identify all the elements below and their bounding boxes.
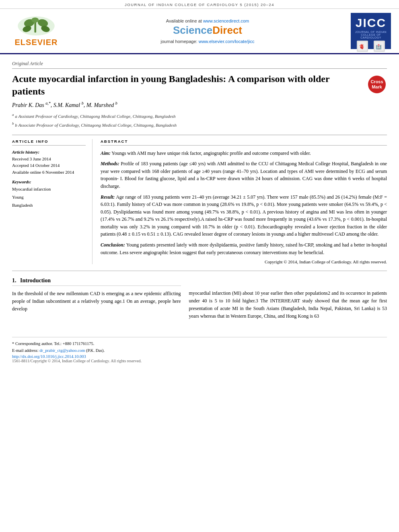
keyword-1: Myocardial infarction <box>12 185 86 193</box>
homepage-url[interactable]: www.elsevier.com/locate/jicc <box>199 39 255 44</box>
methods-text: Profile of 183 young patients (age ≤40 y… <box>101 161 387 189</box>
sd-science: Science <box>173 24 212 36</box>
author-murshed-sup: b <box>115 101 117 105</box>
corresponding-author-line: * Corresponding author. Tel.: +880 17117… <box>12 341 387 347</box>
keywords-list: Myocardial infarction Young Bangladesh <box>12 185 86 209</box>
intro-right-col: myocardial infarction (MI) about 10 year… <box>189 277 387 320</box>
accepted-date: Accepted 14 October 2014 <box>12 162 86 169</box>
author-kamal-sup: b <box>82 101 84 105</box>
corresponding-label: * Corresponding author. <box>12 341 53 346</box>
article-history-section: Article history: Received 3 June 2014 Ac… <box>12 150 86 176</box>
result-label: Result: <box>101 194 115 200</box>
abstract-methods: Methods: Profile of 183 young patients (… <box>101 160 387 190</box>
author-prabir-sup: a,* <box>45 101 51 105</box>
crossmark-icon: CrossMark <box>368 76 386 93</box>
keyword-2: Young <box>12 193 86 201</box>
intro-heading-text: Introduction <box>20 277 51 283</box>
keywords-label: Keywords: <box>12 179 86 184</box>
journal-header: JOURNAL OF INDIAN COLLEGE OF CARDIOLOGY … <box>0 0 399 9</box>
doi-link[interactable]: http://dx.doi.org/10.1016/j.jicc.2014.10… <box>12 354 86 359</box>
article-title-row: Acute myocardial infarction in young Ban… <box>12 73 387 98</box>
email-label: E-mail address: <box>12 348 39 353</box>
aim-label: Aim: <box>101 150 111 156</box>
elsevier-logo: ELSEVIER <box>8 15 64 47</box>
conclusion-text: Young patients presented lately with mor… <box>101 242 387 255</box>
conclusion-label: Conclusion: <box>101 242 125 248</box>
authors-line: Prabir K. Das a,*, S.M. Kamal b, M. Murs… <box>12 101 387 109</box>
jicc-subtitle: Journal of Indian College of Cardiology <box>351 31 391 39</box>
sciencedirect-url[interactable]: www.sciencedirect.com <box>203 18 249 23</box>
author-kamal: S.M. Kamal <box>53 102 80 108</box>
info-abstract-section: ARTICLE INFO Article history: Received 3… <box>12 135 387 265</box>
center-banner: Available online at www.sciencedirect.co… <box>64 18 351 44</box>
jicc-logo: JICC Journal of Indian College of Cardio… <box>351 13 391 49</box>
affiliations: a a Assistant Professor of Cardiology, C… <box>12 112 387 129</box>
keyword-3: Bangladesh <box>12 201 86 210</box>
publisher-banner: ELSEVIER Available online at www.science… <box>0 9 399 54</box>
jicc-wordmark: JICC <box>356 16 386 30</box>
email-line: E-mail address: dr_prabir_ctg@yahoo.com … <box>12 347 387 354</box>
intro-left-text: In the threshold of the new millennium C… <box>12 290 181 313</box>
email-suffix: (P.K. Das). <box>86 348 105 353</box>
affiliation-a: a a Assistant Professor of Cardiology, C… <box>12 112 387 120</box>
article-type-label: Original Article <box>12 61 387 69</box>
available-online-date: Available online 6 November 2014 <box>12 169 86 176</box>
sciencedirect-logo: ScienceDirect <box>64 24 351 37</box>
article-info-column: ARTICLE INFO Article history: Received 3… <box>12 139 93 265</box>
doi-line: http://dx.doi.org/10.1016/j.jicc.2014.10… <box>12 354 387 359</box>
svg-text:🫀: 🫀 <box>359 43 365 49</box>
intro-left-col: 1. Introduction In the threshold of the … <box>12 277 181 320</box>
article-title: Acute myocardial infarction in young Ban… <box>12 73 363 98</box>
tel-label: Tel.: <box>54 341 62 346</box>
available-online-text: Available online at www.sciencedirect.co… <box>64 18 351 23</box>
journal-header-text: JOURNAL OF INDIAN COLLEGE OF CARDIOLOGY … <box>125 2 274 7</box>
issn-line: 1561-8811/Copyright © 2014, Indian Colle… <box>12 359 387 363</box>
abstract-conclusion: Conclusion: Young patients presented lat… <box>101 241 387 256</box>
intro-number: 1. <box>12 277 16 283</box>
methods-label: Methods: <box>101 161 119 166</box>
elsevier-tree-icon <box>14 15 58 37</box>
email-link[interactable]: dr_prabir_ctg@yahoo.com <box>39 348 85 353</box>
keywords-section: Keywords: Myocardial infarction Young Ba… <box>12 179 86 209</box>
copyright-line: Copyright © 2014, Indian College of Card… <box>101 259 387 264</box>
footnotes-section: * Corresponding author. Tel.: +880 17117… <box>12 337 387 363</box>
intro-right-text: myocardial infarction (MI) about 10 year… <box>189 290 387 320</box>
article-content: Original Article Acute myocardial infarc… <box>0 54 399 333</box>
abstract-column: ABSTRACT Aim: Youngs with AMI may have u… <box>101 139 387 265</box>
abstract-result: Result: Age range of 183 young patients … <box>101 193 387 238</box>
jicc-icon-left: 🫀 <box>357 41 368 52</box>
svg-point-6 <box>31 17 39 23</box>
elsevier-wordmark: ELSEVIER <box>15 38 58 47</box>
abstract-aim: Aim: Youngs with AMI may have unique ris… <box>101 150 387 157</box>
author-prabir: Prabir K. Das <box>12 102 44 108</box>
svg-text:🏥: 🏥 <box>376 43 382 49</box>
author-murshed: M. Murshed <box>86 102 114 108</box>
section-divider <box>12 271 387 271</box>
crossmark-badge: CrossMark <box>367 74 387 94</box>
homepage-text: journal homepage: www.elsevier.com/locat… <box>64 39 351 44</box>
abstract-heading: ABSTRACT <box>101 139 387 146</box>
affiliation-b: b b Associate Professor of Cardiology, C… <box>12 121 387 129</box>
tel-value: +880 1711761175. <box>63 341 95 346</box>
result-text: Age range of 183 young patients were 21–… <box>101 194 387 237</box>
article-info-heading: ARTICLE INFO <box>12 139 86 146</box>
history-label: Article history: <box>12 150 86 154</box>
introduction-section: 1. Introduction In the threshold of the … <box>12 277 387 327</box>
jicc-icon-right: 🏥 <box>374 41 385 52</box>
jicc-icons: 🫀 🏥 <box>351 39 391 54</box>
intro-heading: 1. Introduction <box>12 277 181 286</box>
sd-direct: Direct <box>212 24 242 36</box>
received-date: Received 3 June 2014 <box>12 156 86 162</box>
aim-text: Youngs with AMI may have unique risk fac… <box>111 150 311 156</box>
